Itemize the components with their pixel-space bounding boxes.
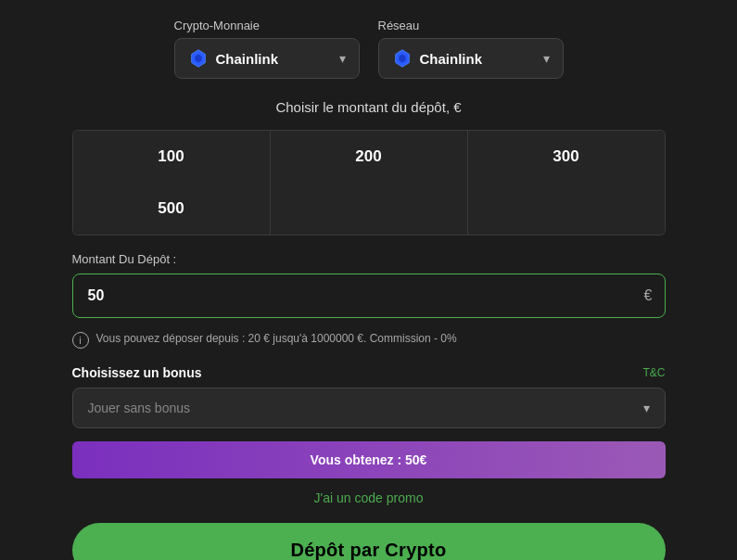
euro-symbol: € [644, 287, 653, 304]
crypto-label: Crypto-Monnaie [174, 19, 360, 32]
info-text: Vous pouvez déposer depuis : 20 € jusqu'… [96, 331, 457, 347]
montant-input-wrap: € [72, 274, 666, 318]
reseau-label: Réseau [378, 19, 564, 32]
amounts-top-row: 100 200 300 [72, 130, 666, 183]
depot-button[interactable]: Dépôt par Crypto [72, 523, 666, 560]
promo-link-container: J'ai un code promo [72, 490, 666, 506]
tc-link[interactable]: T&C [643, 366, 666, 379]
reseau-value: Chainlink [420, 51, 483, 67]
reseau-dropdown-group: Réseau Chainlink ▾ [378, 19, 564, 79]
amount-200-button[interactable]: 200 [271, 131, 468, 183]
crypto-value: Chainlink [216, 51, 279, 67]
crypto-dropdown-inner: Chainlink [188, 48, 279, 69]
amounts-wrapper: 100 200 300 500 [72, 130, 666, 235]
amounts-bottom-row: 500 [72, 183, 666, 235]
promo-code-link[interactable]: J'ai un code promo [314, 490, 424, 505]
bonus-chevron-icon: ▾ [643, 401, 650, 415]
chainlink-icon-reseau [392, 48, 413, 69]
amount-empty-slot-2 [468, 183, 665, 235]
amount-empty-slot-1 [271, 183, 468, 235]
info-icon: i [72, 332, 89, 349]
bonus-label: Choisissez un bonus [72, 365, 202, 380]
chainlink-icon-crypto [188, 48, 209, 69]
amount-500-button[interactable]: 500 [73, 183, 271, 235]
bonus-dropdown[interactable]: Jouer sans bonus ▾ [72, 388, 666, 428]
montant-label: Montant Du Dépôt : [72, 252, 666, 266]
bonus-header: Choisissez un bonus T&C [72, 365, 666, 380]
dropdowns-row: Crypto-Monnaie Chainlink ▾ Réseau [72, 19, 666, 79]
montant-section: Montant Du Dépôt : € [72, 252, 666, 318]
crypto-chevron-icon: ▾ [339, 51, 346, 66]
reseau-dropdown-inner: Chainlink [392, 48, 483, 69]
crypto-dropdown-group: Crypto-Monnaie Chainlink ▾ [174, 19, 360, 79]
vous-obtenez-bar: Vous obtenez : 50€ [72, 441, 666, 478]
amount-100-button[interactable]: 100 [73, 131, 271, 183]
reseau-chevron-icon: ▾ [543, 51, 550, 66]
reseau-dropdown[interactable]: Chainlink ▾ [378, 38, 564, 79]
amount-300-button[interactable]: 300 [468, 131, 665, 183]
bonus-placeholder: Jouer sans bonus [88, 401, 191, 415]
amount-title: Choisir le montant du dépôt, € [72, 99, 666, 115]
info-row: i Vous pouvez déposer depuis : 20 € jusq… [72, 331, 666, 349]
bonus-section: Choisissez un bonus T&C Jouer sans bonus… [72, 365, 666, 428]
montant-input[interactable] [72, 274, 666, 318]
main-container: Crypto-Monnaie Chainlink ▾ Réseau [72, 0, 666, 560]
crypto-dropdown[interactable]: Chainlink ▾ [174, 38, 360, 79]
